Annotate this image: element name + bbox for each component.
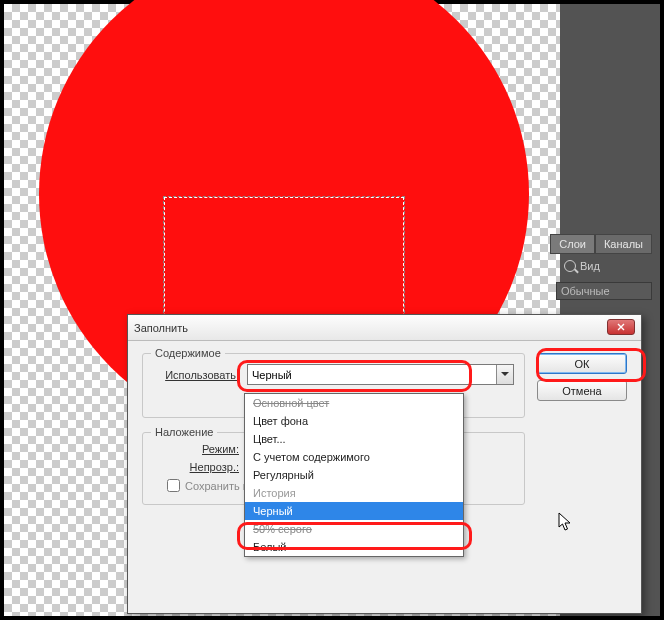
preserve-label: Сохранить п (185, 480, 249, 492)
blending-legend: Наложение (151, 426, 217, 438)
layer-search[interactable]: Вид (556, 256, 652, 276)
dropdown-item[interactable]: Регулярный (245, 466, 463, 484)
cursor-icon (558, 512, 574, 532)
contents-legend: Содержимое (151, 347, 225, 359)
ok-button[interactable]: ОК (537, 353, 627, 374)
dropdown-item[interactable]: С учетом содержимого (245, 448, 463, 466)
cancel-button[interactable]: Отмена (537, 380, 627, 401)
mode-label: Режим: (153, 443, 239, 455)
dialog-titlebar[interactable]: Заполнить (128, 315, 641, 341)
dropdown-item[interactable]: Цвет... (245, 430, 463, 448)
tab-channels[interactable]: Каналы (595, 234, 652, 254)
dropdown-item[interactable]: Черный (245, 502, 463, 520)
dropdown-item[interactable]: Основной цвет (245, 394, 463, 412)
search-label: Вид (580, 260, 600, 272)
use-dropdown-list[interactable]: Основной цветЦвет фонаЦвет...С учетом со… (244, 393, 464, 557)
tab-layers[interactable]: Слои (550, 234, 595, 254)
dropdown-item[interactable]: Цвет фона (245, 412, 463, 430)
dropdown-item[interactable]: Белый (245, 538, 463, 556)
use-combobox[interactable]: Черный (247, 364, 514, 385)
dialog-title: Заполнить (134, 322, 188, 334)
blend-mode-select[interactable]: Обычные (556, 282, 652, 300)
chevron-down-icon (496, 365, 513, 384)
search-icon (564, 260, 576, 272)
panel-tabs: Слои Каналы (550, 234, 652, 254)
close-button[interactable] (607, 319, 635, 335)
dropdown-item[interactable]: 50% серого (245, 520, 463, 538)
opacity-label: Непрозр.: (153, 461, 239, 473)
preserve-checkbox[interactable] (167, 479, 180, 492)
use-label: Использовать: (153, 369, 239, 381)
close-icon (617, 323, 625, 331)
use-value: Черный (252, 369, 292, 381)
dropdown-item: История (245, 484, 463, 502)
